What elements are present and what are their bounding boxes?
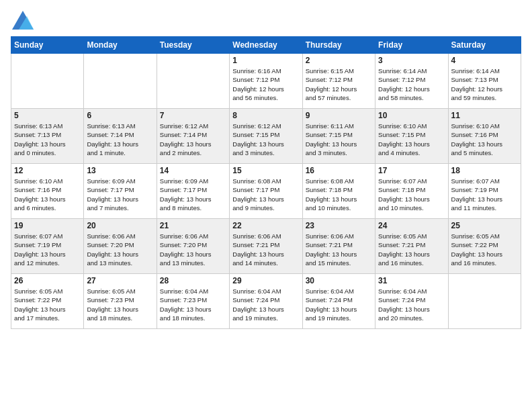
- cell-content: Sunrise: 6:13 AM Sunset: 7:14 PM Dayligh…: [87, 122, 153, 157]
- cell-content: Sunrise: 6:10 AM Sunset: 7:16 PM Dayligh…: [14, 177, 81, 212]
- cell-content: Sunrise: 6:16 AM Sunset: 7:12 PM Dayligh…: [232, 66, 299, 102]
- cell-content: Sunrise: 6:07 AM Sunset: 7:19 PM Dayligh…: [14, 232, 81, 267]
- calendar-cell: 31Sunrise: 6:04 AM Sunset: 7:24 PM Dayli…: [375, 274, 448, 329]
- cell-content: Sunrise: 6:06 AM Sunset: 7:21 PM Dayligh…: [232, 232, 299, 267]
- day-number: 14: [160, 166, 226, 175]
- day-number: 13: [87, 166, 153, 175]
- weekday-header: Monday: [84, 37, 157, 54]
- cell-content: Sunrise: 6:06 AM Sunset: 7:20 PM Dayligh…: [160, 232, 226, 267]
- day-number: 30: [306, 276, 372, 285]
- calendar-cell: 13Sunrise: 6:09 AM Sunset: 7:17 PM Dayli…: [84, 164, 157, 219]
- day-number: 3: [378, 56, 445, 65]
- cell-content: Sunrise: 6:14 AM Sunset: 7:13 PM Dayligh…: [451, 66, 518, 102]
- cell-content: Sunrise: 6:05 AM Sunset: 7:23 PM Dayligh…: [87, 287, 153, 322]
- calendar-cell: 11Sunrise: 6:10 AM Sunset: 7:16 PM Dayli…: [448, 109, 521, 164]
- day-number: 12: [14, 166, 81, 175]
- weekday-header: Tuesday: [157, 37, 229, 54]
- day-number: 22: [232, 221, 299, 230]
- day-number: 26: [14, 276, 81, 285]
- page: SundayMondayTuesdayWednesdayThursdayFrid…: [0, 0, 532, 336]
- header-row: SundayMondayTuesdayWednesdayThursdayFrid…: [11, 37, 521, 54]
- calendar-cell: 20Sunrise: 6:06 AM Sunset: 7:20 PM Dayli…: [84, 219, 157, 274]
- calendar-cell: [448, 274, 521, 329]
- calendar-cell: 6Sunrise: 6:13 AM Sunset: 7:14 PM Daylig…: [84, 109, 157, 164]
- day-number: 19: [14, 221, 81, 230]
- calendar-cell: [157, 54, 229, 109]
- cell-content: Sunrise: 6:10 AM Sunset: 7:15 PM Dayligh…: [378, 122, 445, 157]
- logo: [11, 11, 34, 30]
- calendar-week-row: 19Sunrise: 6:07 AM Sunset: 7:19 PM Dayli…: [11, 219, 521, 274]
- cell-content: Sunrise: 6:08 AM Sunset: 7:17 PM Dayligh…: [232, 177, 299, 212]
- weekday-header: Friday: [375, 37, 448, 54]
- weekday-header: Sunday: [11, 37, 84, 54]
- cell-content: Sunrise: 6:07 AM Sunset: 7:18 PM Dayligh…: [378, 177, 445, 212]
- cell-content: Sunrise: 6:14 AM Sunset: 7:12 PM Dayligh…: [378, 66, 445, 102]
- day-number: 31: [378, 276, 445, 285]
- cell-content: Sunrise: 6:09 AM Sunset: 7:17 PM Dayligh…: [87, 177, 153, 212]
- calendar-cell: 1Sunrise: 6:16 AM Sunset: 7:12 PM Daylig…: [230, 54, 302, 109]
- weekday-header: Wednesday: [230, 37, 302, 54]
- day-number: 10: [378, 111, 445, 120]
- cell-content: Sunrise: 6:11 AM Sunset: 7:15 PM Dayligh…: [306, 122, 372, 157]
- cell-content: Sunrise: 6:12 AM Sunset: 7:14 PM Dayligh…: [160, 122, 226, 157]
- cell-content: Sunrise: 6:10 AM Sunset: 7:16 PM Dayligh…: [451, 122, 518, 157]
- day-number: 7: [160, 111, 226, 120]
- calendar-cell: 25Sunrise: 6:05 AM Sunset: 7:22 PM Dayli…: [448, 219, 521, 274]
- day-number: 15: [232, 166, 299, 175]
- cell-content: Sunrise: 6:07 AM Sunset: 7:19 PM Dayligh…: [451, 177, 518, 212]
- day-number: 29: [232, 276, 299, 285]
- calendar-week-row: 12Sunrise: 6:10 AM Sunset: 7:16 PM Dayli…: [11, 164, 521, 219]
- calendar-cell: 28Sunrise: 6:04 AM Sunset: 7:23 PM Dayli…: [157, 274, 229, 329]
- cell-content: Sunrise: 6:13 AM Sunset: 7:13 PM Dayligh…: [14, 122, 81, 157]
- day-number: 11: [451, 111, 518, 120]
- calendar-cell: 17Sunrise: 6:07 AM Sunset: 7:18 PM Dayli…: [375, 164, 448, 219]
- calendar-cell: 29Sunrise: 6:04 AM Sunset: 7:24 PM Dayli…: [230, 274, 302, 329]
- calendar-cell: 5Sunrise: 6:13 AM Sunset: 7:13 PM Daylig…: [11, 109, 84, 164]
- calendar-cell: 2Sunrise: 6:15 AM Sunset: 7:12 PM Daylig…: [302, 54, 375, 109]
- calendar-cell: 12Sunrise: 6:10 AM Sunset: 7:16 PM Dayli…: [11, 164, 84, 219]
- calendar-cell: 10Sunrise: 6:10 AM Sunset: 7:15 PM Dayli…: [375, 109, 448, 164]
- day-number: 25: [451, 221, 518, 230]
- cell-content: Sunrise: 6:09 AM Sunset: 7:17 PM Dayligh…: [160, 177, 226, 212]
- calendar-cell: 21Sunrise: 6:06 AM Sunset: 7:20 PM Dayli…: [157, 219, 229, 274]
- cell-content: Sunrise: 6:04 AM Sunset: 7:24 PM Dayligh…: [306, 287, 372, 322]
- cell-content: Sunrise: 6:04 AM Sunset: 7:24 PM Dayligh…: [232, 287, 299, 322]
- calendar-cell: 14Sunrise: 6:09 AM Sunset: 7:17 PM Dayli…: [157, 164, 229, 219]
- cell-content: Sunrise: 6:15 AM Sunset: 7:12 PM Dayligh…: [306, 66, 372, 102]
- day-number: 28: [160, 276, 226, 285]
- day-number: 1: [232, 56, 299, 65]
- day-number: 9: [306, 111, 372, 120]
- calendar-cell: 27Sunrise: 6:05 AM Sunset: 7:23 PM Dayli…: [84, 274, 157, 329]
- cell-content: Sunrise: 6:05 AM Sunset: 7:21 PM Dayligh…: [378, 232, 445, 267]
- day-number: 20: [87, 221, 153, 230]
- day-number: 17: [378, 166, 445, 175]
- calendar-week-row: 1Sunrise: 6:16 AM Sunset: 7:12 PM Daylig…: [11, 54, 521, 109]
- calendar-cell: 18Sunrise: 6:07 AM Sunset: 7:19 PM Dayli…: [448, 164, 521, 219]
- cell-content: Sunrise: 6:08 AM Sunset: 7:18 PM Dayligh…: [306, 177, 372, 212]
- cell-content: Sunrise: 6:12 AM Sunset: 7:15 PM Dayligh…: [232, 122, 299, 157]
- calendar-cell: 8Sunrise: 6:12 AM Sunset: 7:15 PM Daylig…: [230, 109, 302, 164]
- calendar-cell: 19Sunrise: 6:07 AM Sunset: 7:19 PM Dayli…: [11, 219, 84, 274]
- calendar-cell: 9Sunrise: 6:11 AM Sunset: 7:15 PM Daylig…: [302, 109, 375, 164]
- day-number: 27: [87, 276, 153, 285]
- calendar-week-row: 5Sunrise: 6:13 AM Sunset: 7:13 PM Daylig…: [11, 109, 521, 164]
- cell-content: Sunrise: 6:06 AM Sunset: 7:20 PM Dayligh…: [87, 232, 153, 267]
- calendar-week-row: 26Sunrise: 6:05 AM Sunset: 7:22 PM Dayli…: [11, 274, 521, 329]
- day-number: 4: [451, 56, 518, 65]
- calendar-cell: 30Sunrise: 6:04 AM Sunset: 7:24 PM Dayli…: [302, 274, 375, 329]
- day-number: 8: [232, 111, 299, 120]
- cell-content: Sunrise: 6:05 AM Sunset: 7:22 PM Dayligh…: [14, 287, 81, 322]
- day-number: 18: [451, 166, 518, 175]
- calendar-cell: 16Sunrise: 6:08 AM Sunset: 7:18 PM Dayli…: [302, 164, 375, 219]
- logo-icon: [12, 11, 34, 30]
- day-number: 16: [306, 166, 372, 175]
- weekday-header: Thursday: [302, 37, 375, 54]
- calendar-table: SundayMondayTuesdayWednesdayThursdayFrid…: [11, 36, 521, 329]
- day-number: 23: [306, 221, 372, 230]
- day-number: 21: [160, 221, 226, 230]
- day-number: 6: [87, 111, 153, 120]
- cell-content: Sunrise: 6:06 AM Sunset: 7:21 PM Dayligh…: [306, 232, 372, 267]
- calendar-cell: [84, 54, 157, 109]
- calendar-cell: 7Sunrise: 6:12 AM Sunset: 7:14 PM Daylig…: [157, 109, 229, 164]
- day-number: 24: [378, 221, 445, 230]
